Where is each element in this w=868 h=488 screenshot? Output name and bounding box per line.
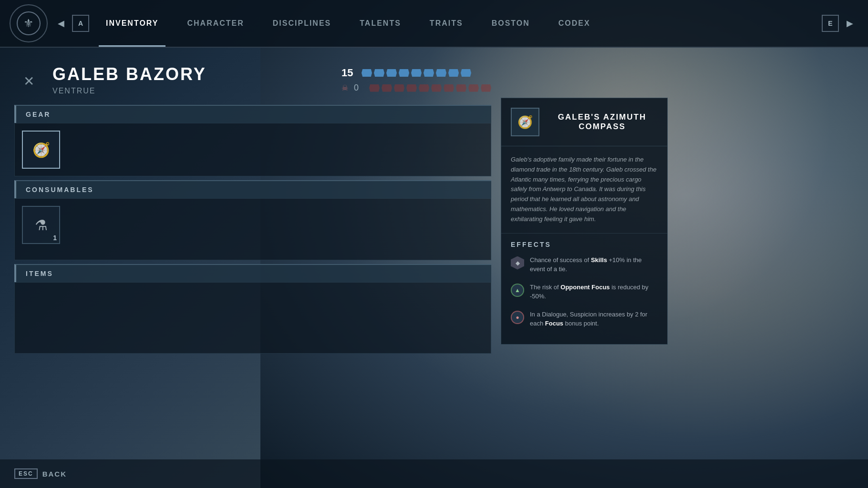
- tab-inventory[interactable]: INVENTORY: [92, 0, 173, 47]
- tab-codex[interactable]: CODEX: [544, 0, 605, 47]
- blood-pip-8: [456, 84, 466, 92]
- blood-pips: [369, 84, 491, 92]
- blood-pip-6: [431, 84, 442, 92]
- detail-item-title: GALEB'S AZIMUTH COMPASS: [547, 112, 658, 132]
- nav-prev-arrow[interactable]: ◀: [52, 15, 70, 32]
- pip-5: [411, 69, 422, 77]
- tab-talents[interactable]: TALENTS: [345, 0, 415, 47]
- logo-inner: ⚜: [17, 11, 41, 35]
- consumables-header: CONSUMABLES: [14, 180, 491, 198]
- pip-7: [436, 69, 446, 77]
- pip-3: [386, 69, 397, 77]
- effects-section: EFFECTS ◆ Chance of success of Skills +1…: [501, 234, 667, 344]
- compass-detail-icon: 🧭: [517, 115, 533, 130]
- pip-1: [362, 69, 372, 77]
- topbar: ⚜ ◀ A INVENTORY CHARACTER DISCIPLINES TA…: [0, 0, 868, 48]
- gear-section: GEAR 🧭: [14, 105, 491, 176]
- blood-pip-5: [419, 84, 429, 92]
- main-content: ✕ GALEB BAZORY VENTRUE 15: [0, 48, 868, 488]
- effect-opponent-focus: ▲ The risk of Opponent Focus is reduced …: [511, 283, 658, 301]
- tab-traits[interactable]: TRAITS: [415, 0, 477, 47]
- skills-effect-icon: ◆: [511, 256, 524, 270]
- blood-icon: ☠: [341, 83, 348, 92]
- focus-effect-text: The risk of Opponent Focus is reduced by…: [530, 283, 658, 301]
- gear-slot-compass[interactable]: 🧭: [22, 131, 60, 169]
- back-button[interactable]: Esc BACK: [14, 468, 67, 479]
- blood-pip-9: [468, 84, 479, 92]
- esc-key-badge: Esc: [14, 468, 38, 479]
- suspicion-effect-icon: ●: [511, 311, 524, 324]
- blood-stat-row: ☠ 0: [341, 83, 491, 93]
- blood-level: 0: [354, 83, 363, 93]
- character-info: GALEB BAZORY VENTRUE: [52, 64, 332, 95]
- tab-character[interactable]: CHARACTER: [173, 0, 258, 47]
- character-header: ✕ GALEB BAZORY VENTRUE 15: [14, 57, 491, 105]
- detail-item-icon: 🧭: [511, 108, 539, 136]
- focus-effect-icon: ▲: [511, 284, 524, 297]
- compass-icon: 🧭: [32, 142, 50, 158]
- blood-pip-1: [369, 84, 380, 92]
- health-pips: [362, 69, 471, 77]
- character-clan: VENTRUE: [52, 87, 332, 95]
- detail-header: 🧭 GALEB'S AZIMUTH COMPASS: [501, 98, 667, 146]
- blood-pip-10: [481, 84, 491, 92]
- skills-effect-text: Chance of success of Skills +10% in the …: [530, 255, 658, 274]
- logo-icon: ⚜: [23, 17, 34, 30]
- left-panel: ✕ GALEB BAZORY VENTRUE 15: [14, 57, 491, 478]
- blood-pip-7: [444, 84, 454, 92]
- pip-6: [424, 69, 434, 77]
- items-section: ITEMS: [14, 264, 491, 354]
- suspicion-effect-text: In a Dialogue, Suspicion increases by 2 …: [530, 310, 658, 328]
- logo: ⚜: [10, 4, 48, 42]
- gear-header: GEAR: [14, 105, 491, 123]
- gear-grid: 🧭: [14, 123, 491, 176]
- blood-pip-4: [406, 84, 417, 92]
- blood-pip-2: [382, 84, 392, 92]
- flask-icon: ⚗: [35, 217, 48, 234]
- blood-pip-3: [394, 84, 404, 92]
- effects-title: EFFECTS: [511, 241, 658, 248]
- bottom-bar: Esc BACK: [0, 459, 868, 488]
- pip-4: [399, 69, 409, 77]
- nav-a-button[interactable]: A: [72, 15, 89, 32]
- pip-9: [461, 69, 471, 77]
- nav-tabs: INVENTORY CHARACTER DISCIPLINES TALENTS …: [92, 0, 819, 47]
- tab-boston[interactable]: BOSTON: [477, 0, 544, 47]
- items-header: ITEMS: [14, 264, 491, 282]
- effect-suspicion: ● In a Dialogue, Suspicion increases by …: [511, 310, 658, 328]
- nav-next-arrow[interactable]: ▶: [841, 15, 858, 32]
- effect-skills: ◆ Chance of success of Skills +10% in th…: [511, 255, 658, 274]
- tab-disciplines[interactable]: DISCIPLINES: [258, 0, 345, 47]
- items-grid: [14, 282, 491, 354]
- health-stat-row: 15: [341, 67, 491, 79]
- item-detail-panel: 🧭 GALEB'S AZIMUTH COMPASS Galeb's adopti…: [501, 98, 668, 345]
- consumables-grid: ⚗ 1: [14, 198, 491, 260]
- character-name: GALEB BAZORY: [52, 64, 332, 84]
- pip-8: [448, 69, 459, 77]
- consumable-slot-flask[interactable]: ⚗ 1: [22, 206, 60, 244]
- character-level: 15: [341, 67, 356, 79]
- back-label: BACK: [42, 470, 67, 478]
- character-stats: 15: [341, 67, 491, 93]
- nav-e-button[interactable]: E: [822, 15, 839, 32]
- pip-2: [374, 69, 384, 77]
- detail-description: Galeb's adoptive family made their fortu…: [501, 146, 667, 234]
- char-close-icon[interactable]: ✕: [14, 67, 43, 95]
- flask-count: 1: [53, 234, 57, 242]
- consumables-section: CONSUMABLES ⚗ 1: [14, 180, 491, 260]
